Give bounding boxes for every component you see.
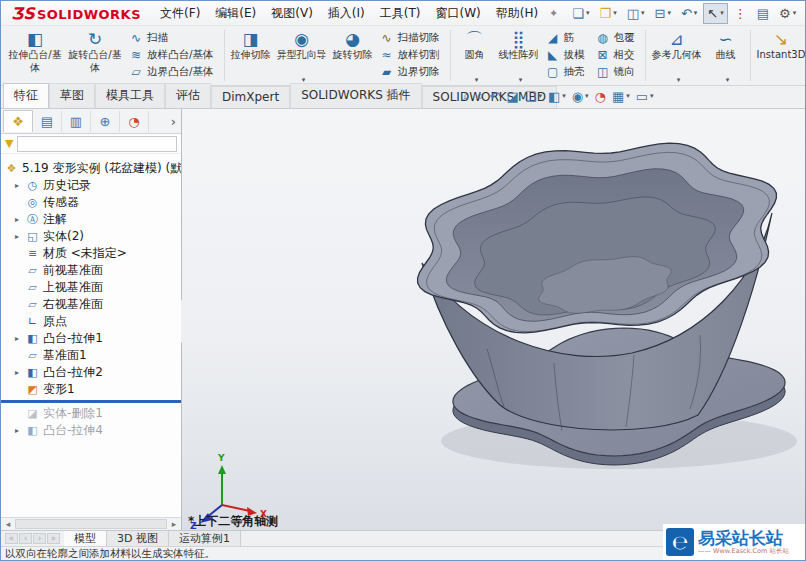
dropdown-icon[interactable]: ▾ — [475, 76, 479, 85]
scroll-left-icon[interactable]: ◂ — [3, 519, 13, 529]
tree-filter-input[interactable] — [17, 136, 177, 152]
panel-tab[interactable]: ◔ — [120, 111, 149, 132]
expand-arrow-icon[interactable]: ▸ — [15, 232, 25, 241]
dropdown-icon[interactable]: ▾ — [519, 76, 523, 85]
headsup-button[interactable]: ▭ ▾ — [636, 89, 654, 104]
ribbon-button[interactable]: ↻ 旋转凸台/基体 — [65, 26, 125, 85]
scrollbar-thumb[interactable] — [15, 519, 167, 529]
headsup-button[interactable]: ◔ — [595, 89, 606, 104]
tree-item[interactable]: ▸ ≡ 材质 <未指定> — [1, 245, 181, 262]
ribbon-button[interactable]: ◕ 旋转切除 — [330, 26, 376, 85]
headsup-button[interactable]: ⌕ — [476, 88, 483, 104]
panel-tab[interactable]: ▤ — [33, 111, 62, 132]
headsup-button[interactable]: ↶ — [490, 89, 501, 104]
sheet-nav-button[interactable]: » — [47, 533, 60, 544]
ribbon-button[interactable]: ≋ 放样凸台/基体 — [127, 47, 219, 63]
menu-item[interactable]: 视图(V) — [264, 2, 320, 25]
ribbon-button[interactable]: ⣿ 线性阵列 ▾ — [496, 26, 542, 85]
dropdown-icon[interactable]: ▾ — [720, 9, 724, 17]
quickbar-button[interactable]: ❏ ▾ — [568, 3, 593, 24]
headsup-button[interactable]: ▦ ▾ — [612, 89, 630, 104]
study-tab[interactable]: 模型 — [64, 531, 107, 546]
headsup-button[interactable]: ❏ ▾ — [525, 89, 542, 104]
tree-item[interactable]: ▸ ▱ 基准面1 — [1, 347, 181, 364]
command-tab[interactable]: DimXpert — [211, 86, 290, 108]
quickbar-button[interactable]: ▤ — [753, 3, 773, 24]
headsup-button[interactable]: ◧ ▾ — [548, 89, 566, 104]
menu-item[interactable]: 窗口(W) — [428, 2, 487, 25]
ribbon-button[interactable]: ∽ 曲线 ▾ — [705, 26, 747, 85]
dropdown-icon[interactable]: ▾ — [538, 92, 542, 100]
sheet-nav-button[interactable]: › — [33, 533, 46, 544]
dropdown-icon[interactable]: ▾ — [613, 9, 617, 17]
ribbon-button[interactable]: ∿ 扫描切除 — [378, 30, 445, 46]
dropdown-icon[interactable]: ▾ — [793, 9, 797, 17]
dropdown-icon[interactable]: ▾ — [585, 92, 589, 100]
ribbon-button[interactable]: ▰ 边界切除 — [378, 64, 445, 80]
ribbon-button[interactable]: ◫ 镜向 — [594, 64, 640, 80]
expand-arrow-icon[interactable]: ▸ — [15, 426, 25, 435]
quickbar-button[interactable]: ◫ ▾ — [623, 3, 649, 24]
menu-item[interactable]: 工具(T) — [373, 2, 428, 25]
dropdown-icon[interactable]: ▾ — [626, 92, 630, 100]
study-tab[interactable]: 运动算例1 — [169, 531, 241, 546]
dropdown-icon[interactable]: ▾ — [667, 9, 671, 17]
panel-tab[interactable]: ▥ — [62, 111, 91, 132]
command-tab[interactable]: 模具工具 — [95, 83, 165, 108]
expand-arrow-icon[interactable]: ▸ — [15, 368, 25, 377]
tree-item[interactable]: ▸ ◷ 历史记录 — [1, 177, 181, 194]
model-3d-view[interactable]: YXZ — [182, 109, 805, 530]
ribbon-button[interactable]: ⊿ 参考几何体 ▾ — [649, 26, 705, 85]
ribbon-button[interactable]: ⊠ 相交 — [594, 47, 640, 63]
menu-item[interactable]: 插入(I) — [321, 2, 372, 25]
ribbon-button[interactable]: ▱ 边界凸台/基体 — [127, 64, 219, 80]
command-tab[interactable]: 特征 — [3, 83, 49, 108]
sheet-nav-button[interactable]: ‹ — [19, 533, 32, 544]
quickbar-button[interactable]: ⚓ — [802, 3, 806, 24]
command-tab[interactable]: 评估 — [165, 83, 211, 108]
pin-icon[interactable]: ✦ — [549, 7, 558, 20]
tree-item[interactable]: ▸ Ⓐ 注解 — [1, 211, 181, 228]
panel-tab[interactable]: ⊕ — [91, 111, 120, 132]
tree-item[interactable]: ▸ ◎ 传感器 — [1, 194, 181, 211]
quickbar-button[interactable]: ↖ ▾ — [703, 3, 727, 24]
tree-item[interactable]: ▸ ◧ 凸台-拉伸2 — [1, 364, 181, 381]
rollback-bar[interactable] — [1, 400, 181, 403]
ribbon-button[interactable]: ◢ 筋 — [544, 30, 590, 46]
quickbar-button[interactable]: ❐ ▾ — [595, 3, 620, 24]
expand-arrow-icon[interactable]: ▸ — [15, 334, 25, 343]
dropdown-icon[interactable]: ▾ — [586, 9, 590, 17]
ribbon-button[interactable]: ◉ 异型孔向导 ▾ — [274, 26, 330, 85]
quickbar-button[interactable]: ⊟ ▾ — [650, 3, 674, 24]
tree-item[interactable]: ▸ ❖ 5.19 变形实例 (花盆建模) (默认<<默 — [1, 160, 181, 177]
dropdown-icon[interactable]: ▾ — [650, 92, 654, 100]
menu-item[interactable]: 编辑(E) — [208, 2, 263, 25]
scroll-right-icon[interactable]: ▸ — [169, 519, 179, 529]
dropdown-icon[interactable]: ▾ — [677, 76, 681, 85]
panel-hscrollbar[interactable]: ◂ ▸ — [1, 517, 181, 530]
tree-item[interactable]: ▸ ◱ 实体(2) — [1, 228, 181, 245]
ribbon-button[interactable]: ⌒ 圆角 ▾ — [454, 26, 496, 85]
tree-item[interactable]: ▸ ◧ 凸台-拉伸4 — [1, 422, 181, 439]
quickbar-button[interactable]: ⋮ — [730, 3, 751, 24]
quickbar-button[interactable]: ⚙ ▾ — [775, 3, 800, 24]
ribbon-button[interactable]: ▢ 抽壳 — [544, 64, 590, 80]
dropdown-icon[interactable]: ▾ — [562, 92, 566, 100]
tree-item[interactable]: ▸ ◧ 凸台-拉伸1 — [1, 330, 181, 347]
sheet-nav-button[interactable]: « — [5, 533, 18, 544]
menu-item[interactable]: 帮助(H) — [489, 2, 545, 25]
panel-tab[interactable]: ❖ — [3, 110, 33, 132]
ribbon-button[interactable]: ◨ 拉伸切除 — [228, 26, 274, 85]
ribbon-button[interactable]: ∿ 扫描 — [127, 30, 219, 46]
menu-item[interactable]: 文件(F) — [153, 2, 207, 25]
command-tab[interactable]: 草图 — [49, 83, 95, 108]
ribbon-button[interactable]: ◍ 包覆 — [594, 30, 640, 46]
command-tab[interactable]: SOLIDWORKS 插件 — [290, 83, 421, 108]
tree-item[interactable]: ▸ ▱ 右视基准面 — [1, 296, 181, 313]
expand-arrow-icon[interactable]: ▸ — [15, 181, 25, 190]
graphics-area[interactable]: YXZ *上下二等角轴测 — [182, 109, 805, 530]
ribbon-button[interactable]: ↘ Instant3D — [754, 26, 805, 85]
chevron-right-icon[interactable]: › — [171, 114, 176, 129]
dropdown-icon[interactable]: ▾ — [694, 9, 698, 17]
headsup-button[interactable]: ◉ ▾ — [572, 89, 589, 104]
